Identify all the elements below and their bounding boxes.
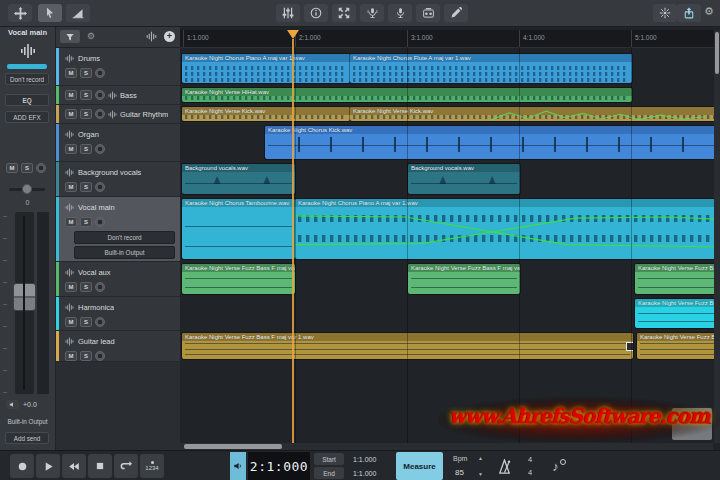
- rewind-button[interactable]: [62, 454, 86, 478]
- audio-clip[interactable]: Karaoke Night Verse Fuzz Bass F maj var …: [182, 264, 295, 294]
- stop-button[interactable]: [88, 454, 112, 478]
- record-arm-button[interactable]: [95, 351, 105, 361]
- amp-button[interactable]: [416, 4, 440, 22]
- audio-clip[interactable]: Karaoke Night Verse HiHat.wav: [182, 88, 632, 102]
- time-display[interactable]: 2:1:000: [248, 452, 310, 480]
- track-row-guitar-lead[interactable]: Guitar lead M S: [55, 331, 180, 362]
- track-row-vocal-main[interactable]: Vocal main M S Don't recordBuilt-in Outp…: [55, 197, 180, 262]
- end-chip[interactable]: End: [314, 467, 344, 479]
- solo-button[interactable]: S: [80, 317, 92, 327]
- cursor-tool-button[interactable]: [38, 4, 62, 22]
- record-arm-button[interactable]: [36, 163, 46, 173]
- track-row-organ[interactable]: Organ M S: [55, 124, 180, 162]
- audio-clip[interactable]: Karaoke Night Verse Fuzz Bass F maj var …: [635, 264, 720, 294]
- count-in-button[interactable]: 1234: [140, 454, 164, 478]
- audio-clip[interactable]: Karaoke Night Verse Fuzz Bass F maj var …: [408, 264, 520, 294]
- solo-button[interactable]: S: [80, 217, 92, 227]
- solo-button[interactable]: S: [80, 90, 92, 100]
- track-row-background-vocals[interactable]: Background vocals M S: [55, 162, 180, 197]
- audio-clip[interactable]: Karaoke Night Verse Kick.wav: [350, 107, 720, 121]
- output-device-label[interactable]: Built-in Output: [0, 418, 55, 425]
- solo-button[interactable]: S: [80, 68, 92, 78]
- fader-handle[interactable]: [13, 283, 36, 311]
- mute-button[interactable]: M: [65, 68, 77, 78]
- start-chip[interactable]: Start: [314, 453, 344, 465]
- speaker-icon[interactable]: [6, 400, 19, 409]
- solo-button[interactable]: S: [80, 351, 92, 361]
- record-arm-button[interactable]: [95, 182, 105, 192]
- mute-button[interactable]: M: [65, 144, 77, 154]
- mic-button[interactable]: [388, 4, 412, 22]
- loop-button[interactable]: [114, 454, 138, 478]
- mute-button[interactable]: M: [65, 351, 77, 361]
- playhead-marker[interactable]: [287, 30, 299, 39]
- ruler[interactable]: 1:1.000 2:1.000 3:1.000 4:1.000 5:1.000: [180, 30, 720, 48]
- pan-knob[interactable]: [22, 184, 32, 194]
- track-row-harmonica[interactable]: Harmonica M S: [55, 297, 180, 331]
- timeline-arrange-area[interactable]: 1:1.000 2:1.000 3:1.000 4:1.000 5:1.000 …: [180, 26, 720, 450]
- waveform-view-icon[interactable]: [146, 31, 157, 42]
- track-row-guitar-rhythm[interactable]: M S Guitar Rhythm: [55, 105, 180, 124]
- solo-button[interactable]: S: [21, 163, 33, 173]
- solo-button[interactable]: S: [80, 109, 92, 119]
- mute-button[interactable]: M: [65, 217, 77, 227]
- audio-clip[interactable]: Background vocals.wav: [408, 164, 520, 194]
- mute-button[interactable]: M: [65, 317, 77, 327]
- vertical-scrollbar[interactable]: [714, 30, 720, 443]
- mixer-button[interactable]: [276, 4, 300, 22]
- mute-button[interactable]: M: [6, 163, 18, 173]
- record-arm-button[interactable]: [95, 217, 105, 227]
- audio-clip[interactable]: Karaoke Night Chorus Tambourine.wav: [182, 199, 295, 259]
- record-arm-button[interactable]: [95, 109, 105, 119]
- share-button[interactable]: [677, 4, 701, 22]
- metronome-button[interactable]: [492, 454, 516, 478]
- add-send-button[interactable]: Add send: [5, 432, 49, 444]
- bpm-increase-arrow[interactable]: ▲: [478, 455, 483, 461]
- record-button[interactable]: [10, 454, 34, 478]
- pencil-button[interactable]: [444, 4, 468, 22]
- audio-clip[interactable]: Karaoke Night Verse Kick.wav: [182, 107, 350, 121]
- add-track-button[interactable]: +: [164, 31, 175, 42]
- filter-tracks-button[interactable]: [60, 30, 80, 43]
- record-arm-button[interactable]: [95, 317, 105, 327]
- bpm-decrease-arrow[interactable]: ▼: [478, 471, 483, 477]
- mic-level-button[interactable]: [360, 4, 384, 22]
- add-efx-button[interactable]: ADD EFX: [5, 111, 49, 123]
- settings-gear-icon[interactable]: ⚙: [704, 6, 714, 17]
- bpm-value[interactable]: 85: [455, 468, 464, 477]
- audio-clip[interactable]: Karaoke Night Verse Fuzz Bass F maj var …: [635, 299, 720, 328]
- record-arm-button[interactable]: [95, 68, 105, 78]
- info-button[interactable]: [304, 4, 328, 22]
- track-row-bass[interactable]: M S Bass: [55, 86, 180, 105]
- track-row-vocal-aux[interactable]: Vocal aux M S: [55, 262, 180, 297]
- eq-button[interactable]: EQ: [5, 94, 49, 106]
- time-signature[interactable]: 4 4: [524, 452, 536, 480]
- audio-clip[interactable]: Karaoke Night Verse Fuzz Bass F maj var …: [637, 333, 720, 359]
- pan-slider[interactable]: [9, 188, 45, 191]
- audio-clip[interactable]: Karaoke Night Verse Fuzz Bass F maj var …: [182, 333, 633, 359]
- record-arm-button[interactable]: [95, 282, 105, 292]
- output-monitor-button[interactable]: [230, 452, 246, 480]
- automation-envelope[interactable]: [295, 199, 720, 259]
- solo-button[interactable]: S: [80, 144, 92, 154]
- mute-button[interactable]: M: [65, 90, 77, 100]
- solo-button[interactable]: S: [80, 182, 92, 192]
- vertical-scrollbar-thumb[interactable]: [715, 32, 719, 74]
- play-button[interactable]: [36, 454, 60, 478]
- track-settings-gear-icon[interactable]: ⚙: [87, 32, 95, 41]
- clip-resize-handle[interactable]: [626, 342, 633, 351]
- measure-mode-button[interactable]: Measure: [396, 452, 443, 480]
- mute-button[interactable]: M: [65, 182, 77, 192]
- horizontal-scrollbar-thumb[interactable]: [184, 444, 282, 449]
- track-dropdown[interactable]: Don't record: [74, 231, 175, 244]
- record-mode-button[interactable]: Don't record: [5, 73, 49, 85]
- record-arm-button[interactable]: [95, 144, 105, 154]
- volume-fader[interactable]: [15, 212, 34, 394]
- track-dropdown[interactable]: Built-in Output: [74, 246, 175, 259]
- end-value[interactable]: 1:1.000: [353, 470, 376, 477]
- effects-button[interactable]: [653, 4, 677, 22]
- mute-button[interactable]: M: [65, 282, 77, 292]
- track-row-drums[interactable]: Drums M S: [55, 48, 180, 86]
- mute-button[interactable]: M: [65, 109, 77, 119]
- audio-clip[interactable]: Karaoke Night Chorus Flute A maj var 1.w…: [350, 54, 632, 83]
